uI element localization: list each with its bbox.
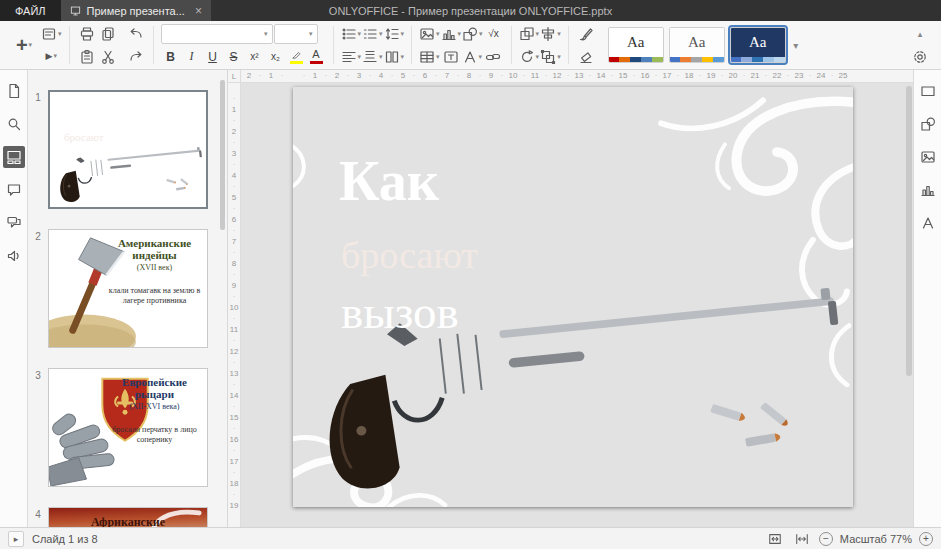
align-shape-button[interactable]: ▾: [540, 24, 561, 44]
theme-card[interactable]: Aa: [608, 27, 664, 63]
textart-icon: [462, 49, 478, 65]
slide-thumbnail-2[interactable]: Американские индейцы (XVII век) клали то…: [48, 229, 208, 348]
fit-slide-button[interactable]: [765, 529, 785, 549]
slides-panel-button[interactable]: [3, 146, 25, 168]
textart-settings-button[interactable]: [917, 212, 939, 234]
settings-button[interactable]: [910, 47, 930, 67]
comments-panel-button[interactable]: [3, 179, 25, 201]
highlight-color-bar: [290, 61, 303, 64]
bullets-button[interactable]: ▾: [341, 24, 362, 44]
zoom-in-button[interactable]: +: [919, 532, 933, 546]
insert-textart-button[interactable]: ▾: [462, 47, 483, 67]
arrange-shape-button[interactable]: ▾: [519, 24, 540, 44]
print-button[interactable]: [77, 24, 97, 44]
slide-title-line1[interactable]: Как: [339, 149, 439, 213]
ruler-mark: 3: [357, 71, 361, 80]
underline-button[interactable]: U: [203, 47, 223, 67]
ruler-mark: 19: [228, 501, 240, 510]
add-slide-button[interactable]: +▾: [9, 24, 39, 66]
play-icon: ▶: [46, 51, 53, 61]
insert-image-button[interactable]: ▾: [419, 24, 440, 44]
italic-button[interactable]: I: [182, 47, 202, 67]
tab-stop-selector[interactable]: L: [228, 70, 241, 83]
superscript-button[interactable]: x²: [245, 47, 265, 67]
slide-title-line2[interactable]: бросают: [341, 233, 478, 277]
file-menu-button[interactable]: ФАЙЛ: [0, 0, 61, 21]
start-slideshow-button[interactable]: ▶▾: [41, 46, 62, 66]
shape-settings-button[interactable]: [917, 113, 939, 135]
theme-card[interactable]: Aa: [669, 27, 725, 63]
font-color-button[interactable]: A: [307, 47, 326, 67]
toolbar: +▾ ▾ ▶▾ ▾ ▾ B I U S x²: [0, 21, 941, 70]
vertical-align-button[interactable]: ▾: [362, 47, 383, 67]
redo-icon: [128, 49, 144, 65]
ruler-mark: ·: [325, 71, 328, 80]
font-name-combo[interactable]: ▾: [161, 24, 273, 44]
align-objects-icon: [540, 26, 556, 42]
subscript-button[interactable]: x₂: [266, 47, 286, 67]
chat-panel-button[interactable]: [3, 212, 25, 234]
image-settings-icon: [920, 149, 936, 165]
highlight-color-button[interactable]: [287, 47, 306, 67]
group-shapes-button[interactable]: ▾: [540, 47, 561, 67]
slide-thumbnail-4[interactable]: Африканские: [48, 507, 208, 527]
cut-button[interactable]: [98, 47, 118, 67]
slide-settings-button[interactable]: [917, 80, 939, 102]
font-size-combo[interactable]: ▾: [274, 24, 318, 44]
editor-canvas[interactable]: Как бросают вызов: [241, 83, 913, 527]
document-tab[interactable]: Пример презента... ×: [61, 0, 211, 21]
slide-thumbnail-3[interactable]: Европейские рыцари (XII-XVI века) бросал…: [48, 368, 208, 487]
chevron-down-icon: ▾: [358, 30, 362, 38]
insert-hyperlink-button[interactable]: [483, 47, 503, 67]
collapse-toolbar-button[interactable]: ▴: [910, 24, 930, 44]
strikeout-button[interactable]: S: [224, 47, 244, 67]
shape-icon: [462, 26, 478, 42]
canvas-scrollbar[interactable]: [906, 86, 912, 376]
close-tab-icon[interactable]: ×: [195, 5, 202, 17]
slide-canvas[interactable]: Как бросают вызов: [293, 87, 853, 507]
ruler-mark: ·: [721, 71, 724, 80]
chevron-down-icon: ▾: [436, 53, 440, 61]
zoom-out-button[interactable]: −: [819, 532, 833, 546]
undo-button[interactable]: [126, 24, 146, 44]
rotate-shape-button[interactable]: ▾: [519, 47, 540, 67]
fit-width-button[interactable]: [792, 529, 812, 549]
chart-settings-button[interactable]: [917, 179, 939, 201]
theme-card[interactable]: Aa: [730, 27, 786, 63]
copy-style-button[interactable]: [576, 24, 596, 44]
left-sidebar: [0, 70, 28, 527]
eraser-icon: [578, 49, 594, 65]
ruler-mark: 4: [228, 171, 240, 180]
slide-panel-toggle-button[interactable]: ▸: [8, 531, 24, 547]
vertical-ruler[interactable]: 12345678910111213141516171819···········…: [228, 83, 241, 527]
numbering-button[interactable]: ▾: [362, 24, 383, 44]
theme-gallery-more-button[interactable]: ▾: [786, 27, 806, 63]
ruler-mark: ·: [567, 71, 570, 80]
copy-style-icon: [578, 26, 594, 42]
line-spacing-button[interactable]: ▾: [384, 24, 405, 44]
copy-button[interactable]: [98, 24, 118, 44]
ruler-mark: 12: [228, 347, 240, 356]
insert-shape-button[interactable]: ▾: [462, 24, 483, 44]
clear-style-button[interactable]: [576, 47, 596, 67]
thumb4-title: Африканские: [49, 515, 207, 527]
insert-chart-button[interactable]: ▾: [441, 24, 462, 44]
change-layout-button[interactable]: ▾: [41, 24, 62, 44]
search-button[interactable]: [3, 113, 25, 135]
thumbnails-scrollbar[interactable]: [220, 80, 225, 230]
insert-columns-button[interactable]: ▾: [384, 47, 405, 67]
paste-button[interactable]: [77, 47, 97, 67]
redo-button[interactable]: [126, 47, 146, 67]
slide-thumbnail-1[interactable]: Как бросают ВЫЗОВ: [48, 90, 208, 209]
undo-icon: [128, 26, 144, 42]
insert-textbox-button[interactable]: [441, 47, 461, 67]
insert-table-button[interactable]: ▾: [419, 47, 440, 67]
image-settings-button[interactable]: [917, 146, 939, 168]
horizontal-ruler[interactable]: 2112345678910111213141516171819202122232…: [241, 70, 913, 83]
file-panel-button[interactable]: [3, 80, 25, 102]
bold-button[interactable]: B: [161, 47, 181, 67]
horizontal-align-button[interactable]: ▾: [341, 47, 362, 67]
insert-equation-button[interactable]: √x: [484, 24, 504, 44]
slide-title-line3[interactable]: вызов: [341, 285, 459, 339]
feedback-button[interactable]: [3, 245, 25, 267]
